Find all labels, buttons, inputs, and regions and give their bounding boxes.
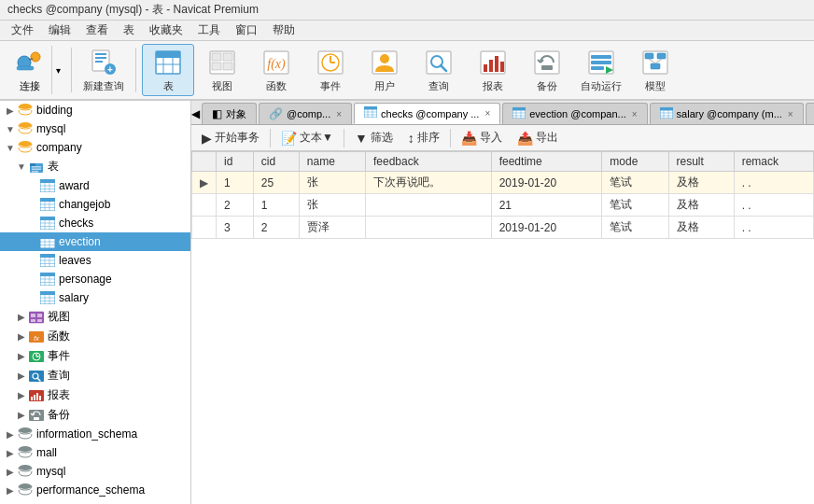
import-button[interactable]: 📥 导入 [455,128,509,148]
cell-name-3[interactable]: 贾泽 [299,217,365,239]
tree-toggle-mall[interactable]: ▶ [4,446,17,459]
sidebar-item-table-folder[interactable]: ▼ 表 [0,157,190,176]
tree-toggle-table-folder[interactable]: ▼ [15,161,28,174]
tree-toggle-func-folder[interactable]: ▶ [15,330,28,343]
export-button[interactable]: 📤 导出 [511,128,565,148]
sidebar-item-changejob[interactable]: ▶ changejob [0,195,190,214]
menu-tools[interactable]: 工具 [190,21,228,40]
sidebar-item-func-folder[interactable]: ▶ fx 函数 [0,327,190,346]
col-name[interactable]: name [299,152,365,172]
cell-cid-2[interactable]: 1 [253,194,299,217]
begin-transaction-button[interactable]: ▶ 开始事务 [195,128,266,148]
cell-feedtime-1[interactable]: 2019-01-20 [491,172,602,194]
connect-button[interactable]: 连接 ▾ [7,46,65,94]
backup-button[interactable]: 备份 [521,44,573,96]
cell-result-2[interactable]: 及格 [668,194,734,217]
menu-file[interactable]: 文件 [4,21,41,40]
function-button[interactable]: f(x) 函数 [250,44,302,96]
col-feedtime[interactable]: feedtime [491,152,602,172]
sort-button[interactable]: ↕ 排序 [401,128,446,148]
tab-comp[interactable]: 🔗 @comp... × [259,103,352,124]
sidebar-item-event-folder[interactable]: ▶ 事件 [0,346,190,366]
sidebar-item-bidding[interactable]: ▶ bidding [0,101,190,119]
tree-toggle-view-folder[interactable]: ▶ [15,311,28,324]
cell-remack-1[interactable]: . . [734,172,813,194]
sidebar-item-information-schema[interactable]: ▶ information_schema [0,425,190,443]
cell-feedback-1[interactable]: 下次再说吧。 [365,172,491,194]
sidebar-item-backup-folder[interactable]: ▶ 备份 [0,405,190,425]
col-id[interactable]: id [217,152,254,172]
cell-id-3[interactable]: 3 [217,217,254,239]
cell-feedback-3[interactable] [365,217,491,239]
event-button[interactable]: 事件 [304,44,357,96]
tab-comp-close[interactable]: × [336,109,342,119]
table-row[interactable]: 3 2 贾泽 2019-01-20 笔试 及格 . . [192,217,814,239]
cell-mode-1[interactable]: 笔试 [602,172,668,194]
col-remack[interactable]: remack [734,152,813,172]
sidebar-item-leaves[interactable]: ▶ leaves [0,251,190,270]
tab-salary-close[interactable]: × [788,109,793,119]
sidebar-item-query-folder[interactable]: ▶ 查询 [0,366,190,385]
menu-view[interactable]: 查看 [78,21,116,40]
sidebar-item-salary[interactable]: ▶ salary [0,288,190,307]
sidebar-item-award[interactable]: ▶ award [0,176,190,195]
tree-toggle-mysql-top[interactable]: ▼ [4,122,17,135]
table-button[interactable]: 表 [142,44,194,96]
tab-evection[interactable]: evection @compan... × [502,103,647,124]
tree-toggle-event-folder[interactable]: ▶ [15,350,28,363]
tree-toggle-bidding[interactable]: ▶ [4,104,17,117]
cell-remack-2[interactable]: . . [734,194,813,217]
tab-evection-close[interactable]: × [632,109,638,119]
tree-toggle-backup-folder[interactable]: ▶ [15,409,28,422]
report-button[interactable]: 报表 [467,44,519,96]
tab-checks-close[interactable]: × [484,108,490,119]
cell-cid-1[interactable]: 25 [253,172,299,194]
tree-toggle-query-folder[interactable]: ▶ [15,370,28,383]
sidebar-item-mysql-bottom[interactable]: ▶ mysql [0,462,190,481]
cell-name-1[interactable]: 张 [299,172,365,194]
cell-feedback-2[interactable] [365,194,491,217]
sidebar-item-company[interactable]: ▼ company [0,138,190,157]
col-mode[interactable]: mode [602,152,668,172]
cell-id-2[interactable]: 2 [217,194,254,217]
menu-help[interactable]: 帮助 [265,21,302,40]
tree-toggle-mysql-bottom[interactable]: ▶ [4,465,17,478]
new-query-button[interactable]: + 新建查询 [77,44,130,96]
cell-feedtime-3[interactable]: 2019-01-20 [491,217,602,239]
sidebar-item-performance-schema[interactable]: ▶ performance_schema [0,481,190,499]
tree-toggle-info-schema[interactable]: ▶ [4,427,17,441]
tab-person[interactable]: person... × [806,103,814,124]
sidebar-item-report-folder[interactable]: ▶ 报表 [0,385,190,405]
sidebar-item-mysql-top[interactable]: ▼ mysql [0,119,190,138]
sidebar-item-mall[interactable]: ▶ mall [0,443,190,462]
sidebar-item-checks[interactable]: ▶ checks [0,214,190,232]
tree-toggle-perf-schema[interactable]: ▶ [4,483,17,497]
cell-remack-3[interactable]: . . [734,217,813,239]
sidebar-item-evection[interactable]: ▶ evection [0,232,190,251]
col-result[interactable]: result [668,152,734,172]
menu-edit[interactable]: 编辑 [41,21,78,40]
tab-object[interactable]: ◧ 对象 [202,103,257,124]
menu-table[interactable]: 表 [116,21,142,40]
menu-favorites[interactable]: 收藏夹 [142,21,190,40]
model-button[interactable]: 模型 [629,44,681,96]
filter-button[interactable]: ▼ 筛选 [348,128,400,148]
query-button[interactable]: 查询 [413,44,465,96]
view-button[interactable]: 视图 [196,44,248,96]
col-feedback[interactable]: feedback [365,152,491,172]
cell-name-2[interactable]: 张 [299,194,365,217]
cell-mode-3[interactable]: 笔试 [602,217,668,239]
connect-dropdown-arrow[interactable]: ▾ [51,46,64,94]
menu-window[interactable]: 窗口 [228,21,265,40]
sidebar-item-view-folder[interactable]: ▶ 视图 [0,307,190,327]
tab-nav-left[interactable]: ◀ [191,104,200,124]
cell-result-3[interactable]: 及格 [668,217,734,239]
tab-checks[interactable]: checks @company ... × [354,103,500,124]
tree-toggle-report-folder[interactable]: ▶ [15,389,28,402]
cell-result-1[interactable]: 及格 [668,172,734,194]
sidebar-item-personage[interactable]: ▶ personage [0,270,190,288]
cell-mode-2[interactable]: 笔试 [602,194,668,217]
user-button[interactable]: 用户 [358,44,411,96]
tab-salary[interactable]: salary @company (m... × [650,103,804,124]
tree-toggle-company[interactable]: ▼ [4,141,17,154]
